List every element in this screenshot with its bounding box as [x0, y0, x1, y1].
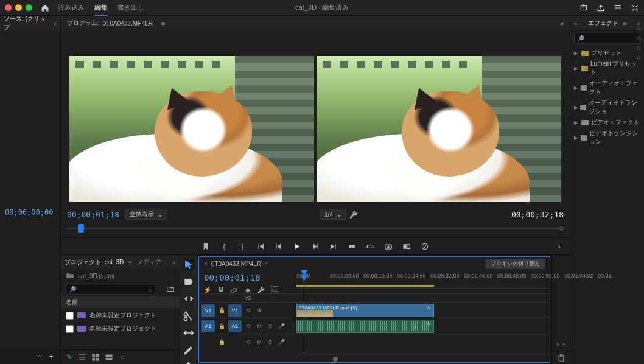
project-tab[interactable]: プロジェクト: cat_3D — [65, 258, 124, 267]
marker-icon[interactable]: ◆ — [244, 286, 251, 293]
zoom-select[interactable]: 全体表示⌄ — [125, 209, 167, 220]
effects-tab[interactable]: エフェクト — [588, 19, 618, 27]
sequence-tab[interactable]: 0T0A0433.MP4LR — [211, 261, 261, 267]
effects-search-input[interactable] — [574, 33, 640, 44]
new-bin-icon[interactable] — [166, 285, 175, 293]
project-item[interactable]: 名称未設定プロジェクト — [61, 322, 180, 335]
track-header-a1[interactable]: A1 🔒 A1 ⟲ M S 🎤 — [199, 318, 296, 334]
effects-folder[interactable]: ▶プリセット — [570, 47, 644, 58]
effects-folder[interactable]: ▶オーディオトランジショ — [570, 97, 644, 117]
project-search-input[interactable] — [66, 284, 155, 295]
program-timecode-in[interactable]: 00;00;01;18 — [67, 210, 119, 219]
mute-button[interactable]: M — [255, 339, 264, 345]
maximize-window-icon[interactable] — [26, 4, 32, 11]
voiceover-icon[interactable]: 🎤 — [277, 323, 285, 329]
workspace-menu-icon[interactable] — [614, 4, 622, 12]
item-checkbox[interactable] — [66, 312, 74, 320]
track-target-a1[interactable]: A1 — [228, 320, 242, 332]
track-header-v1[interactable]: V1 🔒 V1 ⟲ 👁 — [199, 302, 296, 318]
snap-icon[interactable]: ⚡ — [204, 286, 211, 293]
readonly-toggle-icon[interactable]: ✎ — [65, 353, 73, 362]
effects-folder[interactable]: ▶ビデオトランジション — [570, 128, 644, 147]
step-forward-icon[interactable] — [311, 242, 320, 251]
fx-badge[interactable]: fx — [427, 305, 431, 310]
proxy-icon[interactable] — [421, 242, 429, 251]
fullscreen-icon[interactable] — [631, 4, 639, 12]
solo-button[interactable]: S — [266, 323, 275, 329]
overflow-icon[interactable]: » — [53, 20, 57, 27]
lock-icon[interactable]: 🔒 — [217, 323, 226, 329]
track-lane-v1[interactable]: 0T0A0433.MP4LR.mp4 [V] fx — [296, 302, 550, 318]
lift-icon[interactable] — [348, 242, 356, 251]
program-tab-name[interactable]: 0T0A0433.MP4LR — [103, 20, 153, 27]
mute-button[interactable]: M — [255, 323, 264, 329]
selection-tool-icon[interactable] — [183, 259, 195, 271]
overflow-icon[interactable]: » — [560, 20, 564, 27]
overflow-icon[interactable]: » — [637, 20, 640, 27]
hand-tool-icon[interactable] — [183, 361, 195, 364]
source-patch-a1[interactable]: A1 — [201, 320, 215, 332]
track-lane-a1[interactable]: ♪ fx — [296, 318, 550, 334]
pen-tool-icon[interactable] — [183, 344, 195, 356]
in-point-icon[interactable]: { — [220, 242, 228, 251]
tab-export[interactable]: 書き出し — [117, 3, 144, 12]
track-lane-v2[interactable] — [296, 293, 550, 302]
go-to-in-icon[interactable] — [256, 242, 265, 251]
settings-wrench-icon[interactable] — [257, 286, 265, 293]
overflow-icon[interactable]: « — [574, 20, 578, 27]
sync-lock-icon[interactable]: ⟲ — [244, 307, 253, 313]
resolution-select[interactable]: 1/4⌄ — [320, 209, 346, 220]
effects-folder[interactable]: ▶Lumetri プリセット — [570, 58, 644, 78]
program-monitor-right[interactable] — [317, 56, 561, 202]
panel-menu-icon[interactable]: ≡ — [128, 259, 132, 266]
export-frame-icon[interactable] — [384, 242, 393, 251]
overflow-icon[interactable]: » — [172, 259, 176, 266]
project-column-name[interactable]: 名前 — [61, 296, 180, 309]
add-button-icon[interactable]: + — [47, 352, 55, 360]
track-header-v2[interactable]: V2 — [199, 293, 296, 302]
close-window-icon[interactable] — [5, 4, 12, 11]
solo-button[interactable]: S — [266, 339, 275, 345]
lock-icon[interactable]: 🔒 — [217, 339, 226, 345]
close-sequence-icon[interactable]: × — [204, 261, 208, 267]
share-icon[interactable] — [597, 4, 605, 12]
magnet-icon[interactable] — [217, 286, 225, 293]
lock-icon[interactable]: 🔒 — [217, 307, 226, 313]
out-point-icon[interactable]: } — [238, 242, 247, 251]
trash-icon[interactable] — [557, 354, 565, 362]
panel-menu-icon[interactable]: ≡ — [159, 19, 167, 27]
track-lane-a2[interactable] — [296, 334, 550, 349]
linked-selection-icon[interactable] — [231, 286, 238, 293]
quick-export-icon[interactable] — [579, 4, 588, 12]
program-scrubber[interactable] — [67, 223, 564, 234]
button-editor-icon[interactable]: + — [555, 242, 564, 251]
playhead-icon[interactable] — [78, 224, 84, 233]
minimize-window-icon[interactable] — [15, 4, 22, 11]
go-to-out-icon[interactable] — [329, 242, 338, 251]
track-target-v1[interactable]: V1 — [228, 304, 242, 317]
step-back-icon[interactable] — [275, 242, 283, 251]
source-patch-v1[interactable]: V1 — [201, 304, 215, 317]
video-clip[interactable]: 0T0A0433.MP4LR.mp4 [V] fx — [296, 304, 434, 317]
panel-menu-icon[interactable]: ≡ — [623, 20, 627, 27]
timeline-zoom-scrollbar[interactable] — [296, 354, 550, 362]
comparison-icon[interactable] — [402, 242, 411, 251]
timeline-timecode[interactable]: 00;00;01;18 — [204, 273, 292, 282]
voiceover-icon[interactable]: 🎤 — [277, 339, 285, 345]
item-checkbox[interactable] — [66, 325, 74, 333]
fx-badge[interactable]: fx — [427, 321, 431, 326]
zoom-slider-icon[interactable]: ○ — [118, 353, 127, 362]
razor-tool-icon[interactable] — [183, 310, 195, 322]
tab-edit[interactable]: 編集 — [94, 3, 108, 16]
track-header-a2[interactable]: 🔒 ⟲ M S 🎤 — [199, 334, 296, 349]
media-tab[interactable]: メディア — [137, 258, 161, 267]
source-tab[interactable]: ソース: (クリップ — [4, 15, 48, 32]
ripple-edit-tool-icon[interactable] — [183, 293, 195, 305]
timeline-ruler[interactable]: 00;00 00;00;08;00 00;00;16;00 00;00;24;0… — [296, 270, 550, 289]
track-select-tool-icon[interactable] — [183, 276, 195, 288]
mark-in-icon[interactable] — [201, 242, 210, 251]
eye-icon[interactable]: 👁 — [255, 307, 264, 313]
search-icon[interactable]: ⌕ — [147, 285, 154, 293]
play-icon[interactable] — [293, 242, 301, 251]
project-item[interactable]: 名称未設定プロジェクト — [61, 309, 180, 322]
